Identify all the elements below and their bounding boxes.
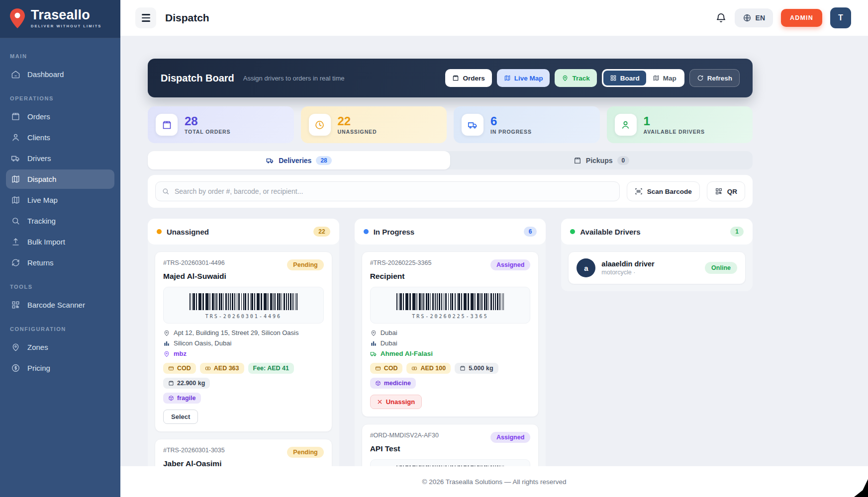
barcode xyxy=(370,459,531,466)
package-icon xyxy=(168,380,174,386)
language-selector[interactable]: EN xyxy=(735,8,773,27)
box-icon xyxy=(168,395,174,401)
unassign-button[interactable]: Unassign xyxy=(370,395,422,409)
driver-vehicle: motorcycle · xyxy=(601,269,654,276)
column-unassigned: Unassigned 22 #TRS-20260301-4496 Pending… xyxy=(148,219,339,466)
search-icon xyxy=(162,187,170,195)
order-card[interactable]: #TRS-20260301-4496 Pending Majed Al-Suwa… xyxy=(155,251,332,432)
drivers-count-badge: 1 xyxy=(730,227,744,237)
stat-total-orders: 28 TOTAL ORDERS xyxy=(148,106,294,143)
search-panel: Scan Barcode QR xyxy=(148,175,753,208)
barcode-text: TRS-20260225-3365 xyxy=(376,314,525,319)
grid-icon xyxy=(610,75,617,82)
stat-value: 28 xyxy=(185,115,230,127)
refresh-icon xyxy=(11,258,20,267)
driver-list-item[interactable]: a alaaeldin driver motorcycle · Online xyxy=(568,251,746,284)
search-icon xyxy=(11,216,20,226)
order-card[interactable]: #TRS-20260301-3035 Pending Jaber Al-Qasi… xyxy=(155,439,332,466)
address-text: Dubai xyxy=(381,329,397,336)
sidebar-item-label: Bulk Import xyxy=(27,238,65,246)
board-view-label: Board xyxy=(620,75,640,82)
track-button[interactable]: Track xyxy=(555,69,596,87)
menu-toggle-button[interactable] xyxy=(135,7,156,28)
order-card[interactable]: #TRS-20260225-3365 Assigned Recipient TR… xyxy=(362,251,539,417)
search-input[interactable] xyxy=(155,181,620,201)
sidebar-item-clients[interactable]: Clients xyxy=(6,128,114,147)
card-icon xyxy=(375,365,381,371)
sidebar-item-label: Tracking xyxy=(27,217,56,225)
refresh-icon xyxy=(697,75,704,82)
weight-tag: 22.900 kg xyxy=(163,378,210,389)
copyright-text: © 2026 Trasealla Solutions — All rights … xyxy=(422,478,567,486)
column-title: Unassigned xyxy=(167,228,209,236)
tab-pickups-label: Pickups xyxy=(586,157,613,165)
sidebar-item-orders[interactable]: Orders xyxy=(6,107,114,126)
sidebar-item-live-map[interactable]: Live Map xyxy=(6,190,114,210)
city-text: Silicon Oasis, Dubai xyxy=(174,339,231,347)
qr-button[interactable]: QR xyxy=(707,181,745,201)
upload-icon xyxy=(11,237,20,247)
map-icon xyxy=(504,75,511,82)
sidebar-item-bulk-import[interactable]: Bulk Import xyxy=(6,232,114,251)
sidebar-item-zones[interactable]: Zones xyxy=(6,337,114,357)
recipient-name: API Test xyxy=(370,444,531,453)
clock-icon xyxy=(314,120,325,130)
order-card[interactable]: #ORD-MMDISV2A-AF30 Assigned API Test xyxy=(362,424,539,466)
recipient-name: Jaber Al-Qasimi xyxy=(163,459,324,466)
amount-tag: AED 363 xyxy=(200,363,244,374)
sidebar-item-label: Live Map xyxy=(27,196,58,204)
barcode: TRS-20260225-3365 xyxy=(370,287,531,324)
banknote-icon xyxy=(205,365,211,371)
tab-pickups[interactable]: Pickups 0 xyxy=(450,151,753,169)
sidebar-item-returns[interactable]: Returns xyxy=(6,253,114,272)
bell-icon xyxy=(715,12,727,24)
column-in-progress: In Progress 6 #TRS-20260225-3365 Assigne… xyxy=(355,219,546,466)
city-text: Dubai xyxy=(381,339,397,347)
status-badge: Assigned xyxy=(490,432,530,443)
footer: © 2026 Trasealla Solutions — All rights … xyxy=(120,466,868,497)
pin-icon xyxy=(562,75,569,82)
stat-value: 22 xyxy=(338,115,377,127)
sidebar-item-dispatch[interactable]: Dispatch xyxy=(6,169,114,189)
board-title: Dispatch Board xyxy=(161,73,234,84)
stat-available-drivers: 1 AVAILABLE DRIVERS xyxy=(607,106,753,143)
notifications-button[interactable] xyxy=(715,12,727,24)
building-icon xyxy=(370,340,377,347)
map-view-button[interactable]: Map xyxy=(646,71,683,85)
sidebar-item-drivers[interactable]: Drivers xyxy=(6,149,114,168)
nav-section-operations: OPERATIONS xyxy=(0,85,120,105)
truck-icon xyxy=(11,154,20,163)
admin-role-button[interactable]: ADMIN xyxy=(781,9,822,27)
barcode-text: TRS-20260301-4496 xyxy=(169,314,318,319)
brand-logo[interactable]: Traseallo DELIVER WITHOUT LIMITS xyxy=(0,0,120,38)
sidebar-item-barcode-scanner[interactable]: Barcode Scanner xyxy=(6,295,114,315)
refresh-button[interactable]: Refresh xyxy=(689,69,740,87)
truck-icon xyxy=(370,350,377,357)
card-icon xyxy=(168,365,174,371)
orders-button[interactable]: Orders xyxy=(445,69,491,87)
map-icon xyxy=(653,75,660,82)
sidebar-item-label: Clients xyxy=(27,133,50,142)
sidebar-item-pricing[interactable]: Pricing xyxy=(6,358,114,378)
recipient-name: Majed Al-Suwaidi xyxy=(163,272,324,281)
online-status-badge: Online xyxy=(705,262,737,274)
map-view-label: Map xyxy=(663,75,676,82)
sidebar-item-dashboard[interactable]: Dashboard xyxy=(6,65,114,84)
stat-in-progress: 6 IN PROGRESS xyxy=(454,106,600,143)
fragile-tag: fragile xyxy=(163,393,201,404)
live-map-button[interactable]: Live Map xyxy=(497,69,550,87)
scan-barcode-button[interactable]: Scan Barcode xyxy=(627,181,700,201)
nav-section-main: MAIN xyxy=(0,43,120,63)
select-button[interactable]: Select xyxy=(163,410,198,424)
content-scroll-area[interactable]: Dispatch Board Assign drivers to orders … xyxy=(120,36,868,466)
tab-deliveries[interactable]: Deliveries 28 xyxy=(148,151,450,169)
user-avatar[interactable]: T xyxy=(830,7,851,28)
map-pin-logo-icon xyxy=(9,8,26,29)
orders-button-label: Orders xyxy=(463,75,484,82)
address-row: Dubai xyxy=(370,329,531,336)
sidebar-item-label: Drivers xyxy=(27,154,51,163)
banknote-icon xyxy=(411,365,417,371)
board-view-button[interactable]: Board xyxy=(603,71,646,85)
pin-icon xyxy=(163,350,170,357)
sidebar-item-tracking[interactable]: Tracking xyxy=(6,211,114,231)
